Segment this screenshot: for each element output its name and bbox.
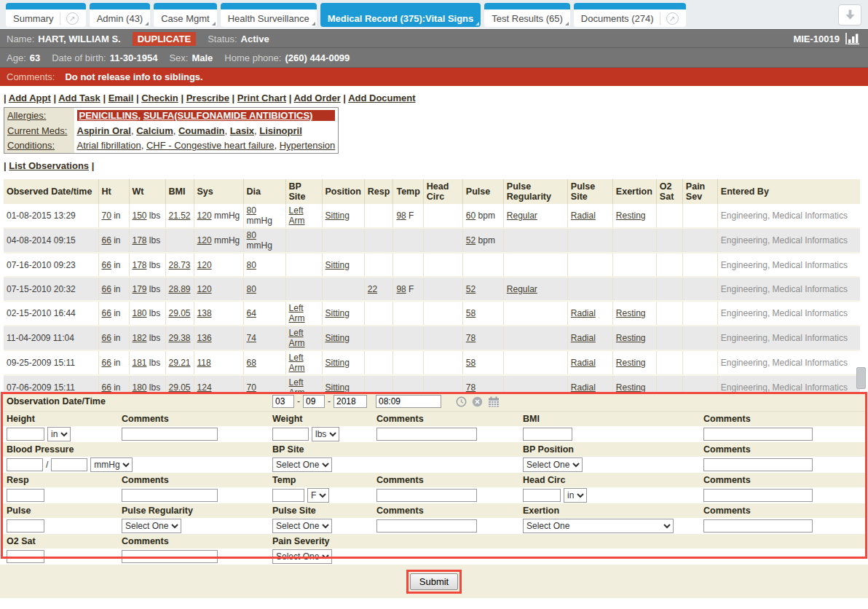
action-link-add-document[interactable]: Add Document: [348, 93, 415, 103]
tab-test-results-65[interactable]: Test Results (65): [484, 3, 570, 27]
vitals-value-link[interactable]: 21.52: [169, 211, 191, 221]
bp-unit-select[interactable]: mmHg: [90, 457, 133, 472]
vitals-value-link[interactable]: 70: [247, 382, 256, 392]
tab-health-surveillance[interactable]: Health Surveillance: [221, 3, 317, 27]
vitals-value-link[interactable]: 138: [197, 308, 212, 318]
vitals-value-link[interactable]: 78: [466, 333, 476, 343]
column-header-entered-by[interactable]: Entered By: [717, 179, 860, 204]
vitals-value-link[interactable]: Regular: [507, 284, 537, 294]
bmi-input[interactable]: [523, 428, 572, 441]
vitals-value-link[interactable]: Left Arm: [289, 377, 305, 392]
vitals-value-link[interactable]: 29.21: [169, 358, 191, 368]
column-header-temp[interactable]: Temp: [393, 179, 423, 204]
vitals-value-link[interactable]: Radial: [571, 211, 596, 221]
temp-input[interactable]: [272, 489, 304, 502]
head-circ-input[interactable]: [523, 489, 561, 502]
download-button[interactable]: [838, 4, 861, 25]
vitals-value-link[interactable]: Radial: [571, 358, 596, 368]
list-observations-link[interactable]: List Observations: [9, 160, 89, 171]
vitals-value-link[interactable]: 58: [466, 308, 476, 318]
action-link-checkin[interactable]: Checkin: [141, 93, 178, 103]
head-circ-unit-select[interactable]: in: [564, 488, 587, 503]
vitals-value-link[interactable]: 98: [396, 284, 406, 294]
vitals-value-link[interactable]: 181: [133, 358, 147, 368]
external-link-icon[interactable]: ↗: [666, 12, 679, 25]
vitals-value-link[interactable]: 80: [247, 205, 256, 216]
exertion-comments-input[interactable]: [703, 519, 813, 533]
pain-severity-select[interactable]: Select One: [272, 549, 332, 564]
med-link-lisinopril[interactable]: Lisinopril: [259, 125, 302, 136]
bp-diastolic-input[interactable]: [51, 458, 87, 471]
column-header-head-circ[interactable]: Head Circ: [423, 179, 462, 204]
vitals-value-link[interactable]: 179: [133, 284, 147, 294]
vitals-value-link[interactable]: 66: [102, 260, 111, 270]
column-header-position[interactable]: Position: [322, 179, 364, 204]
vitals-value-link[interactable]: 118: [197, 358, 211, 368]
external-link-icon[interactable]: ↗: [66, 12, 79, 25]
vitals-value-link[interactable]: 66: [102, 358, 111, 368]
column-header-pulse[interactable]: Pulse: [462, 179, 503, 204]
vitals-value-link[interactable]: 52: [466, 235, 476, 245]
vitals-value-link[interactable]: 28.73: [169, 260, 191, 270]
vitals-value-link[interactable]: 29.05: [169, 308, 191, 318]
calendar-icon[interactable]: [488, 396, 500, 407]
vitals-value-link[interactable]: 28.89: [169, 284, 191, 294]
bp-comments-input[interactable]: [703, 458, 813, 471]
action-link-print-chart[interactable]: Print Chart: [237, 93, 286, 103]
column-header-resp[interactable]: Resp: [364, 179, 393, 204]
action-link-add-task[interactable]: Add Task: [58, 93, 100, 103]
height-unit-select[interactable]: in: [47, 427, 71, 441]
vitals-value-link[interactable]: 64: [247, 308, 256, 318]
vitals-value-link[interactable]: 66: [102, 333, 111, 343]
submit-button[interactable]: Submit: [410, 573, 458, 590]
action-link-email[interactable]: Email: [108, 93, 134, 103]
vitals-value-link[interactable]: 66: [102, 235, 111, 245]
temp-comments-input[interactable]: [376, 489, 477, 502]
vitals-value-link[interactable]: Left Arm: [289, 328, 305, 348]
weight-comments-input[interactable]: [376, 428, 477, 441]
height-input[interactable]: [7, 428, 44, 441]
vitals-value-link[interactable]: Resting: [616, 358, 646, 368]
column-header-pain-sev[interactable]: Pain Sev: [682, 179, 717, 204]
resp-comments-input[interactable]: [122, 489, 218, 502]
vitals-value-link[interactable]: 29.05: [169, 382, 191, 392]
column-header-o2-sat[interactable]: O2 Sat: [656, 179, 682, 204]
vitals-value-link[interactable]: 120: [197, 260, 212, 270]
conditions-label-link[interactable]: Conditions:: [7, 140, 55, 151]
meds-label-link[interactable]: Current Meds:: [7, 125, 67, 136]
allergies-label-link[interactable]: Allergies:: [7, 110, 46, 121]
vitals-value-link[interactable]: Radial: [571, 308, 596, 318]
vitals-value-link[interactable]: Sitting: [326, 260, 350, 270]
obs-year-input[interactable]: [334, 395, 367, 408]
vitals-value-link[interactable]: 52: [466, 284, 476, 294]
vitals-value-link[interactable]: 29.38: [169, 333, 191, 343]
exertion-select[interactable]: Select One: [523, 519, 674, 533]
vitals-value-link[interactable]: 80: [247, 284, 256, 294]
obs-time-input[interactable]: [376, 395, 441, 408]
vitals-value-link[interactable]: Resting: [616, 333, 646, 343]
pulse-comments-input[interactable]: [376, 519, 477, 533]
clock-icon[interactable]: [456, 396, 467, 407]
condition-link-chf-congestive-heart-failure[interactable]: CHF - Congestive heart failure: [146, 140, 275, 151]
vitals-value-link[interactable]: Resting: [616, 382, 646, 392]
vitals-value-link[interactable]: 70: [102, 211, 111, 221]
bp-position-select[interactable]: Select One: [523, 457, 583, 472]
vitals-value-link[interactable]: Sitting: [326, 382, 350, 392]
vitals-value-link[interactable]: 120: [197, 235, 212, 245]
vitals-value-link[interactable]: 180: [133, 382, 147, 392]
bar-chart-icon[interactable]: [845, 33, 861, 44]
vitals-value-link[interactable]: 98: [396, 211, 406, 221]
vitals-value-link[interactable]: 22: [368, 284, 377, 294]
vitals-value-link[interactable]: Resting: [616, 308, 646, 318]
vitals-value-link[interactable]: 58: [466, 358, 476, 368]
vitals-value-link[interactable]: 136: [197, 333, 212, 343]
vitals-value-link[interactable]: Radial: [571, 333, 596, 343]
vitals-value-link[interactable]: Radial: [571, 382, 596, 392]
column-header-dia[interactable]: Dia: [243, 179, 285, 204]
vitals-value-link[interactable]: Sitting: [326, 358, 350, 368]
pulse-site-select[interactable]: Select One: [272, 519, 332, 533]
vitals-value-link[interactable]: Left Arm: [289, 353, 305, 373]
column-header-exertion[interactable]: Exertion: [612, 179, 656, 204]
vitals-value-link[interactable]: 60: [466, 211, 476, 221]
vitals-value-link[interactable]: 74: [247, 333, 256, 343]
